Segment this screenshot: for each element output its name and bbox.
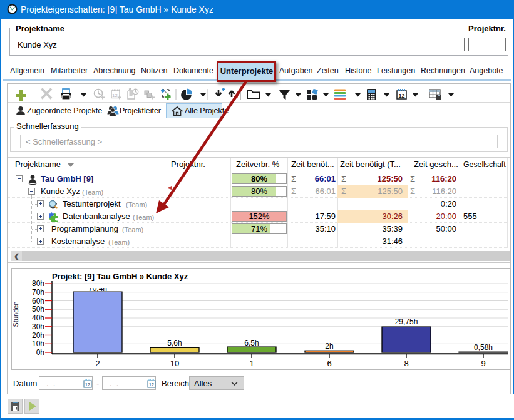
- svg-text:Projekt: [9] Tau GmbH » Kunde: Projekt: [9] Tau GmbH » Kunde Xyz: [52, 272, 188, 281]
- svg-text:9: 9: [481, 359, 485, 368]
- svg-text:40h: 40h: [32, 314, 44, 322]
- svg-text:10h: 10h: [32, 339, 44, 348]
- svg-text:6,5h: 6,5h: [244, 339, 259, 347]
- svg-text:30h: 30h: [32, 322, 44, 331]
- svg-text:8: 8: [404, 359, 408, 368]
- svg-text:12: 12: [112, 93, 118, 98]
- svg-text:10: 10: [170, 359, 179, 368]
- svg-text:12: 12: [398, 93, 404, 99]
- svg-text:0h: 0h: [36, 348, 44, 357]
- svg-text:6: 6: [327, 359, 331, 368]
- svg-text:2h: 2h: [325, 342, 333, 351]
- svg-text:80h: 80h: [32, 279, 44, 288]
- svg-text:50h: 50h: [32, 305, 44, 314]
- svg-text:1: 1: [249, 359, 254, 368]
- svg-text:0,58h: 0,58h: [474, 343, 493, 352]
- svg-text:29,75h: 29,75h: [395, 317, 418, 326]
- svg-text:12: 12: [149, 382, 154, 387]
- svg-text:12: 12: [85, 382, 90, 387]
- svg-text:Stunden: Stunden: [12, 302, 19, 327]
- svg-text:20h: 20h: [32, 331, 44, 340]
- svg-text:70h: 70h: [32, 288, 44, 297]
- svg-text:5,6h: 5,6h: [167, 339, 182, 347]
- svg-text:60h: 60h: [32, 297, 44, 305]
- svg-text:2: 2: [95, 359, 100, 368]
